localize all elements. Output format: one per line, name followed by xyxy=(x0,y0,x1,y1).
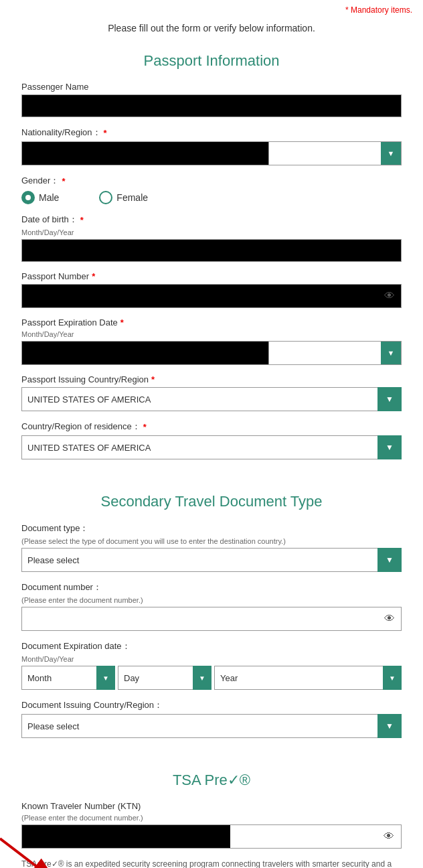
doc-expiry-group: Document Expiration date： Month/Day/Year… xyxy=(21,640,402,690)
dob-label: Date of birth： * xyxy=(21,214,402,226)
month-select[interactable]: Month xyxy=(21,666,115,690)
passport-expiry-group: Passport Expiration Date * Month/Day/Yea… xyxy=(21,317,402,365)
country-residence-select[interactable]: UNITED STATES OF AMERICA xyxy=(21,435,402,459)
doc-type-group: Document type： (Please select the type o… xyxy=(21,522,402,572)
passport-issuing-wrapper: UNITED STATES OF AMERICA xyxy=(21,387,402,411)
nationality-group: Nationality/Region： * xyxy=(21,127,402,165)
nationality-input-wrapper xyxy=(21,141,402,165)
nationality-select[interactable] xyxy=(269,142,401,165)
doc-expiry-label: Document Expiration date： xyxy=(21,640,402,652)
gender-label: Gender： * xyxy=(21,175,402,187)
svg-line-1 xyxy=(0,839,57,868)
doc-expiry-date-row: Month Day Year xyxy=(21,666,402,690)
country-residence-label: Country/Region of residence： * xyxy=(21,421,402,433)
passport-expiry-left xyxy=(22,342,268,364)
passport-expiry-sublabel: Month/Day/Year xyxy=(21,330,402,338)
ktn-eye-icon[interactable]: 👁 xyxy=(384,830,394,843)
dob-sublabel: Month/Day/Year xyxy=(21,228,402,236)
tsa-arrow xyxy=(0,832,67,868)
nationality-dropdown-right[interactable] xyxy=(268,142,401,165)
doc-issuing-label: Document Issuing Country/Region： xyxy=(21,699,402,711)
dob-input[interactable] xyxy=(21,239,402,262)
passenger-name-label: Passenger Name xyxy=(21,82,402,92)
ktn-input-wrapper: 👁 xyxy=(21,824,402,849)
female-option[interactable]: Female xyxy=(99,191,148,204)
passenger-name-group: Passenger Name xyxy=(21,82,402,117)
passport-issuing-label: Passport Issuing Country/Region * xyxy=(21,374,402,384)
female-label: Female xyxy=(116,192,148,203)
passport-expiry-label: Passport Expiration Date * xyxy=(21,317,402,328)
day-select[interactable]: Day xyxy=(118,666,212,690)
ktn-group: Known Traveler Number (KTN) (Please ente… xyxy=(21,801,402,849)
doc-type-label: Document type： xyxy=(21,522,402,534)
mandatory-note: * Mandatory items. xyxy=(0,0,423,17)
passport-expiry-wrapper xyxy=(21,341,402,365)
day-select-wrapper: Day xyxy=(118,666,212,690)
ktn-right-eye: 👁 xyxy=(230,825,401,848)
passport-number-input[interactable] xyxy=(21,284,402,308)
doc-type-select[interactable]: Please select xyxy=(21,548,402,572)
ktn-label: Known Traveler Number (KTN) xyxy=(21,801,402,811)
doc-number-label: Document number： xyxy=(21,581,402,593)
doc-number-input-wrapper: 👁 xyxy=(21,607,402,631)
gender-radio-group: Male Female xyxy=(21,191,402,204)
secondary-section: Secondary Travel Document Type Document … xyxy=(0,493,423,764)
doc-number-eye-icon[interactable]: 👁 xyxy=(384,613,395,625)
doc-issuing-wrapper: Please select xyxy=(21,714,402,738)
female-radio-circle xyxy=(99,191,112,204)
passport-number-wrapper: 👁 xyxy=(21,284,402,308)
passport-number-label: Passport Number * xyxy=(21,271,402,281)
doc-expiry-sublabel: Month/Day/Year xyxy=(21,655,402,663)
male-option[interactable]: Male xyxy=(21,191,59,204)
passport-number-group: Passport Number * 👁 xyxy=(21,271,402,308)
year-select[interactable]: Year xyxy=(214,666,402,690)
nationality-filled-left xyxy=(22,142,268,165)
country-residence-group: Country/Region of residence： * UNITED ST… xyxy=(21,421,402,459)
doc-number-group: Document number： (Please enter the docum… xyxy=(21,581,402,631)
passport-section: Passport Information Passenger Name Nati… xyxy=(0,52,423,485)
nationality-label: Nationality/Region： * xyxy=(21,127,402,139)
passport-expiry-select[interactable] xyxy=(269,342,401,364)
doc-type-wrapper: Please select xyxy=(21,548,402,572)
dob-group: Date of birth： * Month/Day/Year xyxy=(21,214,402,262)
doc-number-sublabel: (Please enter the document number.) xyxy=(21,596,402,604)
gender-group: Gender： * Male Female xyxy=(21,175,402,204)
tsa-description: TSA Pre✓® is an expedited security scree… xyxy=(21,858,402,868)
male-radio-circle xyxy=(21,191,35,204)
tsa-section: TSA Pre✓® Known Traveler Number (KTN) (P… xyxy=(0,772,423,868)
passport-issuing-select[interactable]: UNITED STATES OF AMERICA xyxy=(21,387,402,411)
doc-issuing-select[interactable]: Please select xyxy=(21,714,402,738)
passport-expiry-dropdown[interactable] xyxy=(268,342,401,364)
passport-section-title: Passport Information xyxy=(21,52,402,70)
year-select-wrapper: Year xyxy=(214,666,402,690)
passport-issuing-group: Passport Issuing Country/Region * UNITED… xyxy=(21,374,402,411)
intro-text: Please fill out the form or verify below… xyxy=(0,17,423,44)
doc-number-input[interactable] xyxy=(21,607,402,631)
ktn-sublabel: (Please enter the document number.) xyxy=(21,814,402,822)
month-select-wrapper: Month xyxy=(21,666,115,690)
tsa-section-title: TSA Pre✓® xyxy=(21,772,402,789)
passenger-name-input[interactable] xyxy=(21,94,402,117)
doc-issuing-group: Document Issuing Country/Region： Please … xyxy=(21,699,402,738)
secondary-section-title: Secondary Travel Document Type xyxy=(21,493,402,510)
passport-number-eye-icon[interactable]: 👁 xyxy=(384,290,395,302)
doc-type-sublabel: (Please select the type of document you … xyxy=(21,537,402,545)
male-label: Male xyxy=(39,192,59,203)
country-residence-wrapper: UNITED STATES OF AMERICA xyxy=(21,435,402,459)
